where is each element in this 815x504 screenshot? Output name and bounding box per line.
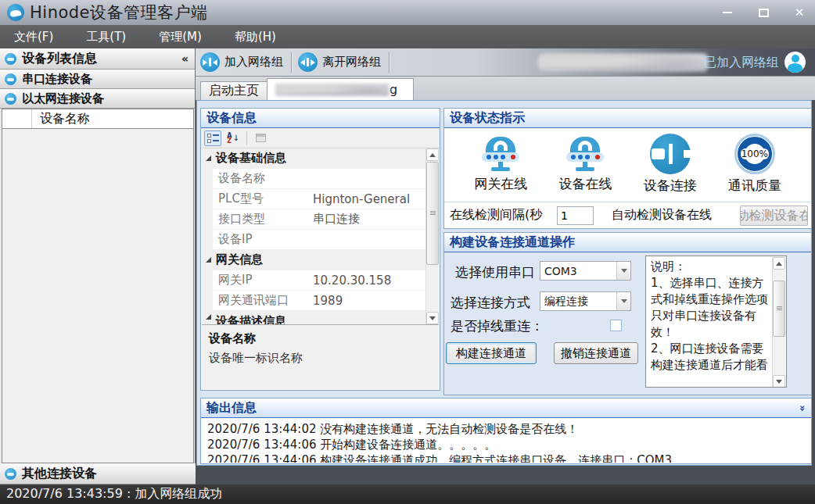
property-row-gateway-port[interactable]: 网关通讯端口 1989 [202,291,427,311]
join-network-label: 加入网络组 [224,55,283,70]
device-list-column-header[interactable]: 设备名称 [2,109,194,129]
device-status-header: 设备状态指示 [444,109,811,128]
property-description-area: 设备名称 设备唯一标识名称 [202,324,439,389]
toolbar-separator [291,52,292,73]
collapse-chevron-icon[interactable]: » [796,405,808,411]
status-bar-text: 2020/7/6 13:43:59 : 加入网络组成功 [6,486,222,502]
categorized-view-button[interactable] [204,130,221,146]
sidebar-item-other-devices[interactable]: 其他连接设备 [0,463,196,484]
scroll-down-icon[interactable] [426,312,439,324]
serial-port-value: COM3 [540,265,616,277]
comm-quality-gauge: 100% [734,134,775,174]
expanded-arrow-icon[interactable] [206,257,211,263]
property-value: 10.20.30.158 [313,273,391,288]
serial-port-select[interactable]: COM3 [540,261,631,281]
property-category[interactable]: 网关信息 [202,250,427,270]
indicator-gateway-online: 网关在线 [474,134,527,193]
sidebar-item-serial-devices[interactable]: 串口连接设备 [0,70,195,89]
reconnect-checkbox[interactable] [610,320,622,331]
property-label: 设备名称 [213,171,313,186]
close-button[interactable]: ✕ [792,5,807,20]
expanded-arrow-icon[interactable] [206,155,211,161]
property-row-device-name[interactable]: 设备名称 [202,169,427,189]
property-category-clipped[interactable]: 设备描述信息 [202,311,427,324]
connect-mode-select[interactable]: 编程连接 [540,291,631,311]
indicator-device-connected: 设备连接 [644,134,697,195]
description-title: 设备名称 [209,331,432,346]
minimize-button[interactable] [720,5,735,20]
property-category[interactable]: 设备基础信息 [202,148,427,169]
device-list-selector-column [2,109,32,128]
leave-network-label: 离开网络组 [322,55,381,70]
output-log: 2020/7/6 13:44:02 没有构建连接通道，无法自动检测设备是否在线！… [202,419,810,463]
note-scrollbar[interactable] [772,257,785,388]
expanded-arrow-icon[interactable] [206,314,211,320]
maximize-button[interactable] [756,5,771,20]
build-channel-panel: 构建设备连接通道操作 选择使用串口 COM3 选择连接方式 编程连接 是否掉线重… [443,232,812,395]
property-grid-scrollbar[interactable] [425,148,439,324]
scrollbar-thumb[interactable] [773,281,785,337]
menu-help[interactable]: 帮助(H) [230,27,281,47]
interval-input[interactable] [557,206,594,225]
ethernet-device-icon [5,93,16,105]
row-indent [202,230,213,249]
online-check-row: 在线检测间隔(秒 自动检测设备在线 自动检测设备在线 [444,202,811,228]
network-status-text: 已加入网络组 [704,55,779,71]
dropdown-arrow-icon[interactable] [616,292,630,310]
scrollbar-thumb[interactable] [426,162,439,265]
reconnect-label: 是否掉线重连： [451,317,544,335]
scroll-up-icon[interactable] [426,148,439,161]
auto-detect-button[interactable]: 自动检测设备在线 [740,206,808,226]
menu-manage[interactable]: 管理(M) [154,27,206,47]
category-label: 设备描述信息 [216,314,286,324]
property-grid: 设备基础信息 设备名称 PLC型号 Hignton-General 接口类型 串… [202,148,427,324]
network-toolbar: 加入网络组 离开网络组 已加入网络组 [196,48,815,77]
tab-device-page[interactable]: g [267,78,414,100]
tab-home[interactable]: 启动主页 [200,81,267,100]
build-channel-title: 构建设备连接通道操作 [450,234,575,251]
description-text: 设备唯一标识名称 [209,351,432,366]
device-info-header: 设备信息 [201,109,440,128]
alphabetical-sort-button[interactable]: AZ↓ [224,130,242,146]
device-list-icon [5,53,16,65]
indicator-device-online: 设备在线 [558,134,612,193]
device-connect-icon [650,134,691,174]
device-online-icon [563,134,607,173]
property-grid-toolbar: AZ↓ [201,128,440,148]
scroll-up-icon[interactable] [773,257,785,270]
destroy-channel-button[interactable]: 撤销连接通道 [554,342,638,364]
title-bar: Hinode设备管理客户端 ✕ [0,0,815,25]
instructions-box: 说明： 1、选择串口、连接方式和掉线重连操作选项只对串口连接设备有效！ 2、网口… [645,256,787,388]
device-page: 设备信息 AZ↓ [196,100,812,466]
menu-bar: 文件(F) 工具(T) 管理(M) 帮助(H) [0,25,815,48]
row-indent [202,189,213,209]
redacted-tab-title [275,84,390,96]
toolbar-separator [246,131,247,145]
join-network-icon [200,52,220,72]
menu-file[interactable]: 文件(F) [9,27,58,47]
sidebar-item-label: 以太网连接设备 [22,91,104,106]
avatar-head [792,55,799,63]
connect-mode-label: 选择连接方式 [451,294,530,312]
join-network-button[interactable]: 加入网络组 [196,50,289,74]
sidebar-collapse-icon[interactable]: « [181,52,188,65]
scroll-down-icon[interactable] [773,375,785,388]
device-list[interactable] [2,129,194,463]
menu-tools[interactable]: 工具(T) [81,27,131,47]
dropdown-arrow-icon[interactable] [616,262,630,280]
property-row-device-ip[interactable]: 设备IP [202,230,427,250]
build-channel-button[interactable]: 构建连接通道 [446,342,537,364]
leave-network-button[interactable]: 离开网络组 [293,50,387,74]
tab-title-suffix: g [390,82,397,97]
sidebar: 设备列表信息 « 串口连接设备 以太网连接设备 设备名称 其他连接设备 [0,48,196,484]
user-avatar[interactable] [784,52,806,73]
property-value: 串口连接 [313,212,360,227]
sidebar-header[interactable]: 设备列表信息 « [0,48,195,70]
property-row-interface-type[interactable]: 接口类型 串口连接 [202,209,427,230]
property-row-gateway-ip[interactable]: 网关IP 10.20.30.158 [202,270,427,291]
property-label: 网关通讯端口 [213,293,313,308]
row-indent [202,270,213,290]
sidebar-item-ethernet-devices[interactable]: 以太网连接设备 [0,89,195,109]
category-label: 网关信息 [216,252,263,267]
property-row-plc-model[interactable]: PLC型号 Hignton-General [202,189,427,209]
